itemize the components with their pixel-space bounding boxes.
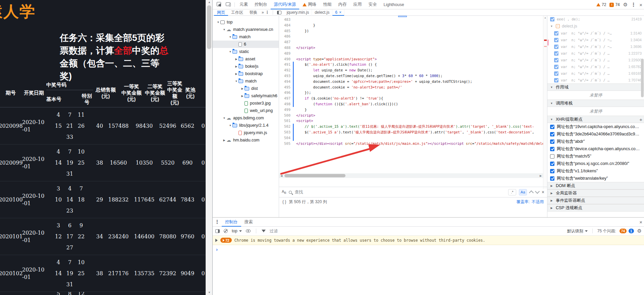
breakpoint-entry[interactable]: var _n; °ω°/= /`m´) / ~…1:3696 bbox=[547, 43, 644, 50]
sidebar-scrollbar-thumb[interactable] bbox=[641, 59, 644, 97]
coverage-link[interactable]: 覆盖率: bbox=[517, 199, 530, 205]
xhr-breakpoint-item[interactable]: 网址包含“device.captcha-open.aliyuncs.co… bbox=[547, 145, 644, 153]
next-match-icon[interactable] bbox=[535, 189, 540, 194]
scroll-down-icon[interactable]: ▼ bbox=[206, 290, 213, 295]
checkbox-checked-icon[interactable] bbox=[550, 176, 554, 181]
console-filter-input[interactable] bbox=[270, 229, 337, 233]
line-number[interactable]: 501 bbox=[279, 118, 293, 124]
checkbox-checked-icon[interactable] bbox=[554, 71, 558, 76]
checkbox-checked-icon[interactable] bbox=[554, 31, 558, 36]
line-number[interactable]: 485 bbox=[279, 28, 293, 34]
nav-tab-工作区[interactable]: 工作区 bbox=[228, 9, 246, 16]
page-scrollbar[interactable]: ▲ ▼ bbox=[206, 0, 212, 295]
breakpoint-entry[interactable]: var _n; °ω°/= /`m´) / …1:70746 bbox=[547, 77, 644, 83]
breakpoint-entry[interactable]: var _n; °ω°/= /`m´) / …1:69165 bbox=[547, 70, 644, 77]
tree-item-boke/js[interactable]: ▶boke/js bbox=[213, 63, 279, 70]
console-warnings-count[interactable]: 72 bbox=[596, 2, 606, 7]
chevron-down-icon[interactable]: ▼ bbox=[228, 36, 232, 39]
section-事件监听器断点[interactable]: ▶事件监听器断点 bbox=[547, 197, 644, 204]
chevron-down-icon[interactable]: ▼ bbox=[216, 21, 220, 24]
checkbox-checked-icon[interactable] bbox=[550, 132, 554, 136]
xhr-breakpoint-item[interactable]: 网址包含“webtranslate/key” bbox=[547, 175, 644, 182]
chevron-right-icon[interactable]: ▶ bbox=[222, 139, 226, 142]
xhr-breakpoint-item[interactable]: 网址包含“3de2b640a24066e37069acd3c9… bbox=[547, 130, 644, 138]
line-number[interactable]: 493 bbox=[279, 73, 293, 79]
line-number[interactable]: 503 bbox=[279, 129, 293, 135]
more-tabs-icon[interactable]: » bbox=[262, 10, 264, 15]
checkbox-checked-icon[interactable] bbox=[554, 65, 558, 69]
section-xhr-breakpoints[interactable]: ▼ XHR/提取断点 + bbox=[547, 116, 644, 123]
console-prompt[interactable]: › bbox=[213, 245, 644, 253]
scroll-right-icon[interactable]: ▶ bbox=[538, 174, 543, 177]
checkbox-checked-icon[interactable] bbox=[550, 169, 554, 173]
drawer-kebab-icon[interactable]: ⋮ bbox=[215, 219, 220, 225]
checkbox-checked-icon[interactable] bbox=[554, 51, 558, 56]
issues-count[interactable]: ! 74 bbox=[609, 2, 620, 7]
tree-item-apps.bdimg.com[interactable]: ▼☁apps.bdimg.com bbox=[213, 114, 279, 122]
line-number[interactable]: 505 bbox=[279, 141, 293, 146]
log-level-selector[interactable]: 默认级别 bbox=[567, 228, 588, 234]
xhr-breakpoint-item[interactable]: 网址包含“v1.1/tokens” bbox=[547, 167, 644, 175]
section-CSP 违规断点[interactable]: ▶CSP 违规断点 bbox=[547, 204, 644, 212]
line-number[interactable]: 486 bbox=[279, 34, 293, 39]
line-number[interactable]: 488 bbox=[279, 45, 293, 51]
page-scrollbar-thumb[interactable] bbox=[207, 5, 211, 49]
breakpoint-group-delect-js[interactable]: ▼‹›delect.js bbox=[547, 22, 644, 30]
tree-item-hm.baidu.com[interactable]: ▶☁hm.baidu.com bbox=[213, 136, 279, 144]
nav-tab-网页[interactable]: 网页 bbox=[214, 9, 228, 16]
tree-item-safety/match6[interactable]: ▶safety/match6 bbox=[213, 92, 279, 100]
breakpoint-entry[interactable]: eee(_, de);21419 bbox=[547, 16, 644, 22]
line-number[interactable]: 499 bbox=[279, 107, 293, 113]
close-find-icon[interactable]: × bbox=[542, 189, 544, 195]
line-number[interactable]: 483 bbox=[279, 17, 293, 22]
line-number[interactable]: 492 bbox=[279, 67, 293, 73]
settings-gear-icon[interactable]: ⚙ bbox=[623, 2, 628, 8]
chevron-down-icon[interactable]: ▼ bbox=[228, 50, 232, 53]
tab-应用[interactable]: 应用 bbox=[350, 0, 365, 9]
tree-item-6[interactable]: 6 bbox=[213, 41, 279, 48]
breakpoint-entry[interactable]: var _n; °ω°/= /`m´) / ~…1:3404 bbox=[547, 37, 644, 43]
tree-item-poster3.jpg[interactable]: poster3.jpg bbox=[213, 100, 279, 107]
breakpoint-entry[interactable]: var _n; °ω°/= /`m´) / …1:22600 bbox=[547, 57, 644, 63]
clear-console-icon[interactable] bbox=[224, 229, 228, 233]
console-warning-row[interactable]: 72 Chrome is moving towards a new experi… bbox=[213, 236, 644, 245]
checkbox-checked-icon[interactable] bbox=[550, 139, 554, 144]
tree-item-dist[interactable]: ▶dist bbox=[213, 85, 279, 92]
console-tab-搜索[interactable]: 搜索 bbox=[241, 218, 256, 227]
line-number[interactable]: 489 bbox=[279, 51, 293, 56]
tree-item-web_url.png[interactable]: web_url.png bbox=[213, 107, 279, 114]
tree-item-match.yuanrenxue.cn[interactable]: ▼☁match.yuanrenxue.cn bbox=[213, 26, 279, 33]
live-expression-icon[interactable] bbox=[246, 229, 251, 233]
checkbox-checked-icon[interactable] bbox=[550, 147, 554, 151]
checkbox-checked-icon[interactable] bbox=[550, 125, 554, 129]
tree-item-top[interactable]: ▼top bbox=[213, 18, 279, 26]
line-number[interactable]: 491 bbox=[279, 62, 293, 67]
line-number[interactable]: 502 bbox=[279, 124, 293, 129]
breakpoint-entry[interactable]: var _n; °ω°/= /`m´) / …1:22373 bbox=[547, 50, 644, 57]
tab-Lighthouse[interactable]: Lighthouse bbox=[380, 0, 407, 9]
breakpoint-entry[interactable]: var _n; °ω°/= /`m´) / …1:65782 bbox=[547, 63, 644, 70]
checkbox-checked-icon[interactable] bbox=[550, 17, 554, 21]
console-settings-icon[interactable]: ⚙ bbox=[637, 228, 642, 234]
scroll-up-icon[interactable]: ▲ bbox=[543, 16, 547, 20]
checkbox-checked-icon[interactable] bbox=[554, 38, 558, 42]
tab-安全[interactable]: 安全 bbox=[365, 0, 380, 9]
xhr-breakpoint-item[interactable]: 网址包含“pmos.xj.sgcc.com.cn:20080/” bbox=[547, 160, 644, 167]
editor-vertical-scrollbar[interactable]: ▲ bbox=[543, 16, 547, 189]
checkbox-unchecked-icon[interactable] bbox=[550, 154, 554, 159]
issues-label[interactable]: 75 个问题: bbox=[597, 228, 616, 234]
chevron-right-icon[interactable]: ▶ bbox=[240, 87, 245, 90]
tree-item-jquery.min.js[interactable]: jquery.min.js bbox=[213, 129, 279, 136]
xhr-breakpoint-item[interactable]: 网址包含“match/5” bbox=[547, 153, 644, 160]
chevron-right-icon[interactable]: ▶ bbox=[234, 65, 238, 68]
find-settings-icon[interactable]: AB bbox=[282, 189, 286, 194]
format-code-icon[interactable]: { } bbox=[282, 199, 286, 204]
context-selector[interactable]: top bbox=[232, 229, 242, 233]
chevron-down-icon[interactable]: ▼ bbox=[549, 25, 554, 28]
error-count-badge[interactable]: 74 bbox=[620, 229, 627, 233]
editor-horizontal-scrollbar[interactable]: ◀ ▶ bbox=[279, 173, 543, 178]
section-全局监听器[interactable]: ▶全局监听器 bbox=[547, 189, 644, 197]
xhr-breakpoint-item[interactable]: 网址包含“19vnrl.captcha-open.aliyuncs.co… bbox=[547, 123, 644, 130]
section-DOM 断点[interactable]: ▶DOM 断点 bbox=[547, 182, 644, 189]
toggle-navigator-icon[interactable] bbox=[277, 11, 281, 14]
